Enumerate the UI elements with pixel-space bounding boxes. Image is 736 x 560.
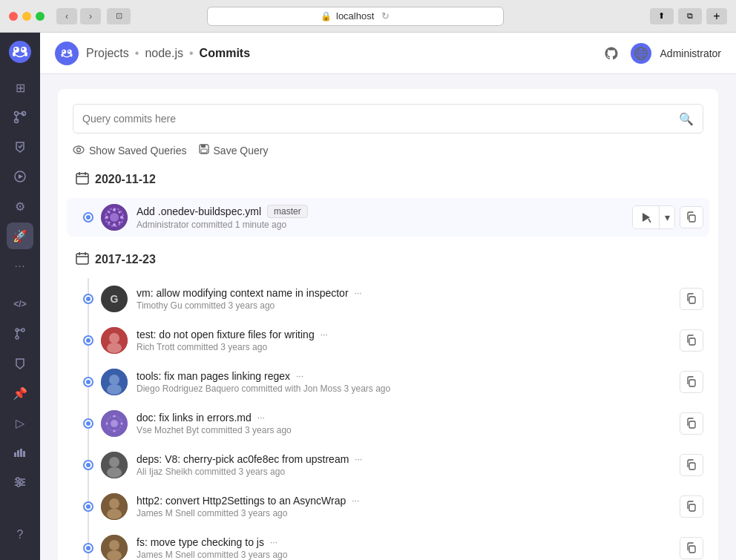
- date-group-2017: 2017-12-23 G vm: allow modifying context…: [73, 251, 703, 560]
- commit-info: test: do not open fixture files for writ…: [137, 329, 671, 352]
- minimize-button[interactable]: [22, 12, 31, 21]
- copy-button[interactable]: [680, 329, 703, 352]
- lock-icon: 🔒: [321, 11, 332, 22]
- sidebar-item-chart[interactable]: [7, 439, 33, 466]
- commit-dots[interactable]: ···: [352, 495, 359, 506]
- search-input[interactable]: [82, 113, 679, 125]
- forward-button[interactable]: ›: [80, 8, 101, 24]
- view-button[interactable]: ⊡: [107, 8, 131, 24]
- sidebar-item-rocket[interactable]: 🚀: [7, 223, 33, 249]
- sidebar-item-pin[interactable]: 📌: [7, 380, 33, 406]
- back-button[interactable]: ‹: [56, 8, 77, 24]
- avatar-ali-icon: [101, 452, 128, 478]
- copy-button[interactable]: [680, 206, 703, 228]
- sidebar-item-code[interactable]: [7, 104, 33, 131]
- commit-dot: [85, 337, 92, 344]
- reload-icon[interactable]: ↻: [381, 10, 390, 22]
- svg-point-52: [113, 223, 116, 226]
- svg-point-78: [106, 423, 108, 425]
- run-main-button[interactable]: [633, 206, 660, 228]
- breadcrumb-commits[interactable]: Commits: [200, 47, 250, 60]
- breadcrumb-projects[interactable]: Projects: [86, 47, 129, 60]
- url-text: localhost: [336, 10, 374, 22]
- search-icon[interactable]: 🔍: [679, 112, 694, 126]
- address-bar[interactable]: 🔒 localhost ↻: [207, 7, 504, 26]
- sidebar-item-deploy[interactable]: [7, 350, 33, 377]
- sidebar-item-builds[interactable]: [7, 134, 33, 160]
- commit-info: tools: fix man pages linking regex ··· D…: [137, 370, 671, 394]
- avatar-james1-icon: [101, 493, 128, 520]
- topnav-right: Administrator: [601, 43, 721, 64]
- commit-actions: [680, 495, 703, 518]
- chart-icon: [13, 447, 27, 458]
- sidebar-item-sliders[interactable]: [7, 469, 33, 495]
- svg-point-76: [114, 415, 116, 418]
- copy-icon: [686, 418, 697, 429]
- svg-point-82: [109, 457, 119, 467]
- commit-dots[interactable]: ···: [296, 371, 303, 381]
- date-header-2020: 2020-11-12: [73, 171, 703, 188]
- commit-meta: James M Snell committed 3 years ago: [137, 550, 671, 560]
- commit-dots[interactable]: ···: [270, 537, 277, 547]
- avatar-rich: [101, 327, 128, 354]
- sidebar-item-dashboard[interactable]: ⊞: [7, 74, 33, 101]
- maximize-button[interactable]: [36, 12, 45, 21]
- content-area: 🔍 Show Saved Queries: [40, 74, 736, 560]
- close-button[interactable]: [9, 12, 18, 21]
- commit-dots[interactable]: ···: [355, 288, 362, 298]
- sidebar-item-play2[interactable]: ▷: [7, 409, 33, 436]
- app-logo[interactable]: [7, 39, 33, 65]
- commit-title: fs: move type checking to js ···: [137, 536, 671, 548]
- commit-dot: [85, 503, 92, 510]
- svg-rect-43: [201, 149, 207, 153]
- floppy-icon: [199, 144, 209, 154]
- commit-title-text: fs: move type checking to js: [137, 536, 264, 548]
- show-saved-queries-button[interactable]: Show Saved Queries: [73, 145, 187, 157]
- copy-button[interactable]: [680, 412, 703, 435]
- run-button[interactable]: ▾: [632, 205, 675, 229]
- sidebar-item-more[interactable]: ···: [7, 252, 33, 279]
- copy-button[interactable]: [680, 537, 703, 559]
- sidebar-item-help[interactable]: ?: [7, 521, 33, 548]
- commit-dot: [85, 420, 92, 427]
- commit-actions: [680, 371, 703, 393]
- svg-rect-42: [201, 145, 206, 148]
- copy-button[interactable]: [680, 454, 703, 476]
- date-header-2017: 2017-12-23: [73, 251, 703, 268]
- copy-button[interactable]: [680, 288, 703, 310]
- github-icon[interactable]: [601, 43, 622, 64]
- commit-dots[interactable]: ···: [321, 329, 328, 340]
- save-query-button[interactable]: Save Query: [199, 144, 269, 157]
- commit-badge: master: [267, 205, 308, 218]
- svg-rect-6: [24, 52, 27, 56]
- breadcrumb-nodejs[interactable]: node.js: [145, 47, 183, 60]
- duplicate-button[interactable]: ⧉: [678, 8, 702, 24]
- builds-icon: [13, 140, 27, 154]
- copy-button[interactable]: [680, 495, 703, 518]
- svg-point-51: [113, 208, 116, 211]
- commit-item: fs: move type checking to js ··· James M…: [73, 527, 703, 560]
- commit-title: deps: V8: cherry-pick ac0fe8ec from upst…: [137, 453, 671, 465]
- sidebar-item-play[interactable]: [7, 163, 33, 190]
- copy-button[interactable]: [680, 371, 703, 393]
- commit-item: http2: convert Http2Settings to an Async…: [73, 486, 703, 527]
- svg-rect-80: [689, 421, 695, 428]
- commit-title-text: tools: fix man pages linking regex: [137, 370, 290, 382]
- avatar-james2: [101, 535, 128, 560]
- svg-point-7: [15, 112, 19, 116]
- svg-point-30: [62, 50, 64, 51]
- sidebar-item-code2[interactable]: </>: [7, 291, 33, 317]
- commit-dot: [85, 461, 92, 469]
- cursor-icon: [640, 211, 652, 223]
- sidebar-item-settings[interactable]: ⚙: [7, 193, 33, 220]
- sidebar-item-branch[interactable]: [7, 320, 33, 347]
- share-button[interactable]: ⬆: [650, 8, 674, 24]
- date-group-2020: 2020-11-12: [73, 171, 703, 237]
- commit-dots[interactable]: ···: [257, 412, 265, 423]
- svg-rect-60: [76, 254, 88, 264]
- new-tab-button[interactable]: +: [706, 8, 727, 24]
- commit-dots[interactable]: ···: [355, 454, 362, 464]
- run-dropdown-button[interactable]: ▾: [660, 206, 674, 228]
- svg-point-25: [20, 481, 23, 484]
- commit-title-text: http2: convert Http2Settings to an Async…: [137, 495, 346, 507]
